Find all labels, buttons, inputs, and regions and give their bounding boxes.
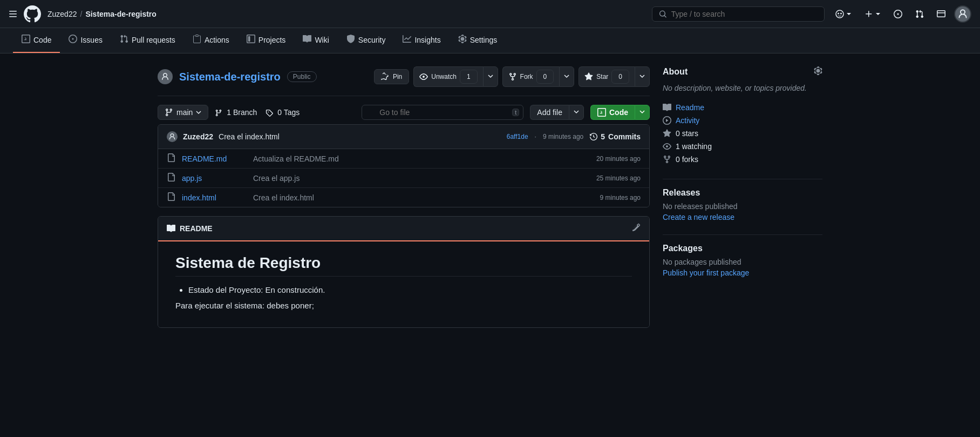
fork-caret-button[interactable] [559,66,574,87]
readme-link[interactable]: Readme [676,103,704,112]
issues-button[interactable] [889,8,907,21]
code-caret-button[interactable] [635,105,650,120]
file-commit-msg-readme: Actualiza el README.md [253,154,569,163]
file-icon-indexhtml [167,192,175,203]
repo-title[interactable]: Sistema-de-registro [179,71,281,83]
tab-pull-requests[interactable]: Pull requests [111,28,184,53]
hamburger-menu-button[interactable] [9,10,17,18]
file-age-indexhtml: 9 minutes ago [576,194,641,201]
file-name-readme[interactable]: README.md [182,154,247,163]
readme-book-icon [167,224,175,233]
commit-age: 9 minutes ago [543,133,583,140]
go-to-file-shortcut: t [512,109,519,116]
activity-link[interactable]: Activity [676,116,699,125]
code-caret-icon [639,109,645,115]
tab-pr-label: Pull requests [132,36,175,44]
code-button[interactable]: Code [590,105,635,120]
eye-icon [419,72,428,81]
branches-icon [215,109,222,117]
file-icon-readme [167,153,175,164]
pull-requests-button[interactable] [911,8,928,21]
readme-section: README Sistema de Registro Estado del Pr… [158,216,650,328]
tab-projects[interactable]: Projects [238,28,295,53]
tags-count-link[interactable]: 0 Tags [266,108,300,117]
add-file-button[interactable]: Add file [530,105,569,120]
commit-hash[interactable]: 6aff1de [507,133,528,140]
tags-icon [266,109,273,117]
create-release-link[interactable]: Create a new release [663,213,734,221]
issues-nav-icon [69,35,77,45]
about-forks-item: 0 forks [663,153,822,166]
tab-actions[interactable]: Actions [184,28,238,53]
tab-settings[interactable]: Settings [450,28,506,53]
pin-icon [381,72,390,81]
repo-header-actions: Pin Unwatch 1 Fork 0 [374,66,650,87]
repo-main-panel: Sistema-de-registro Public Pin Unwatch 1 [158,66,650,328]
fork-count: 0 [536,70,554,84]
branch-caret-icon [196,110,201,115]
copilot-button[interactable] [831,8,856,21]
star-button-group: Star 0 [579,66,650,87]
breadcrumb-owner[interactable]: Zuzed22 [47,10,77,18]
tab-code[interactable]: Code [13,28,60,53]
commits-count-link[interactable]: 5 Commits [590,132,641,141]
unwatch-button[interactable]: Unwatch 1 [413,66,482,87]
file-row: app.js Crea el app.js 25 minutes ago [158,169,649,188]
branch-selector-button[interactable]: main [158,105,208,120]
tab-insights-label: Insights [414,36,440,44]
repo-sidebar: About No description, website, or topics… [663,66,822,328]
tab-security-label: Security [358,36,386,44]
about-readme-item: Readme [663,101,822,114]
packages-title: Packages [663,244,822,253]
search-input[interactable] [671,10,818,18]
watching-count: 1 watching [676,142,712,151]
tab-issues[interactable]: Issues [60,28,111,53]
commits-label: Commits [608,132,641,141]
star-sidebar-icon [663,129,671,138]
sidebar-divider-2 [663,234,822,235]
forks-count: 0 forks [676,155,698,164]
file-commit-msg-indexhtml: Crea el index.html [253,193,569,202]
publish-package-link[interactable]: Publish your first package [663,268,749,277]
tab-security[interactable]: Security [338,28,394,53]
pin-button[interactable]: Pin [374,69,409,84]
pencil-icon [632,223,641,232]
search-icon [659,10,667,18]
tab-settings-label: Settings [470,36,498,44]
new-button[interactable] [860,8,885,21]
branch-count-link[interactable]: 1 Branch [215,108,257,117]
fork-label: Fork [520,73,533,80]
file-row: README.md Actualiza el README.md 20 minu… [158,149,649,169]
copilot-caret-icon [846,11,852,17]
branch-name: main [176,108,193,117]
readme-edit-button[interactable] [632,223,641,234]
file-name-appjs[interactable]: app.js [182,174,247,183]
no-releases-text: No releases published [663,202,822,211]
fork-button-group: Fork 0 [502,66,575,87]
about-settings-button[interactable] [814,66,822,77]
tab-wiki[interactable]: Wiki [294,28,337,53]
breadcrumb-repo[interactable]: Sistema-de-registro [85,10,156,18]
file-name-indexhtml[interactable]: index.html [182,193,247,202]
repo-owner-avatar [158,69,173,84]
tab-projects-label: Projects [258,36,286,44]
top-navigation: Zuzed22 / Sistema-de-registro [0,0,980,28]
fork-icon [508,72,517,81]
commit-message[interactable]: Crea el index.html [219,132,280,141]
svg-point-2 [840,12,842,14]
user-avatar[interactable] [954,5,971,23]
go-to-file-input[interactable] [362,105,523,120]
releases-title: Releases [663,188,822,198]
star-button[interactable]: Star 0 [579,66,635,87]
unwatch-button-group: Unwatch 1 [413,66,498,87]
fork-button[interactable]: Fork 0 [502,66,560,87]
star-caret-button[interactable] [635,66,650,87]
commit-author-avatar [167,131,178,142]
github-logo[interactable] [24,5,41,23]
commit-author-name[interactable]: Zuzed22 [183,132,213,141]
inbox-button[interactable] [933,8,950,21]
unwatch-caret-button[interactable] [483,66,498,87]
add-file-caret-button[interactable] [569,105,584,120]
tab-insights[interactable]: Insights [394,28,449,53]
global-search[interactable] [652,6,825,22]
